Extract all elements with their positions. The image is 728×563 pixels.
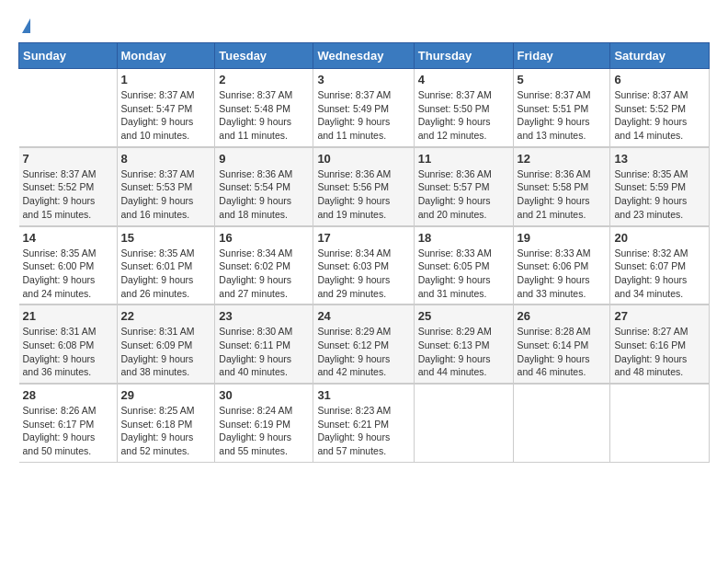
day-number: 6 [614, 73, 705, 86]
calendar-body: 1Sunrise: 8:37 AMSunset: 5:47 PMDaylight… [19, 69, 710, 463]
day-info: Sunrise: 8:23 AMSunset: 6:21 PMDaylight:… [317, 404, 409, 458]
calendar-cell: 21Sunrise: 8:31 AMSunset: 6:08 PMDayligh… [19, 304, 118, 384]
logo [18, 18, 30, 33]
day-info: Sunrise: 8:25 AMSunset: 6:18 PMDaylight:… [121, 404, 211, 458]
weekday-header-wednesday: Wednesday [313, 43, 414, 69]
day-info: Sunrise: 8:36 AMSunset: 5:56 PMDaylight:… [317, 167, 409, 222]
day-number: 24 [317, 309, 409, 323]
weekday-header-friday: Friday [513, 43, 610, 69]
calendar-cell: 29Sunrise: 8:25 AMSunset: 6:18 PMDayligh… [117, 384, 215, 462]
day-number: 11 [418, 152, 509, 166]
calendar-week-row: 14Sunrise: 8:35 AMSunset: 6:00 PMDayligh… [19, 226, 710, 305]
calendar-cell: 8Sunrise: 8:37 AMSunset: 5:53 PMDaylight… [117, 147, 215, 226]
day-number: 8 [121, 152, 211, 166]
calendar-cell: 6Sunrise: 8:37 AMSunset: 5:52 PMDaylight… [610, 69, 710, 147]
day-info: Sunrise: 8:36 AMSunset: 5:54 PMDaylight:… [219, 167, 309, 222]
day-info: Sunrise: 8:33 AMSunset: 6:06 PMDaylight:… [518, 247, 607, 301]
calendar-cell [19, 69, 118, 147]
day-number: 3 [317, 73, 409, 86]
day-number: 16 [219, 231, 309, 245]
calendar-cell: 10Sunrise: 8:36 AMSunset: 5:56 PMDayligh… [313, 147, 414, 226]
day-number: 9 [219, 152, 309, 166]
calendar-cell: 12Sunrise: 8:36 AMSunset: 5:58 PMDayligh… [513, 147, 610, 226]
calendar-cell: 19Sunrise: 8:33 AMSunset: 6:06 PMDayligh… [513, 226, 610, 305]
day-info: Sunrise: 8:32 AMSunset: 6:07 PMDaylight:… [614, 247, 705, 301]
day-number: 10 [317, 152, 409, 166]
calendar-cell: 20Sunrise: 8:32 AMSunset: 6:07 PMDayligh… [610, 226, 710, 305]
day-info: Sunrise: 8:37 AMSunset: 5:53 PMDaylight:… [121, 167, 211, 222]
day-info: Sunrise: 8:34 AMSunset: 6:03 PMDaylight:… [317, 247, 409, 301]
day-number: 22 [121, 309, 211, 323]
day-info: Sunrise: 8:34 AMSunset: 6:02 PMDaylight:… [219, 247, 309, 301]
calendar-cell: 14Sunrise: 8:35 AMSunset: 6:00 PMDayligh… [19, 226, 118, 305]
calendar-week-row: 28Sunrise: 8:26 AMSunset: 6:17 PMDayligh… [19, 384, 710, 462]
calendar-cell: 23Sunrise: 8:30 AMSunset: 6:11 PMDayligh… [215, 304, 313, 384]
calendar-cell: 30Sunrise: 8:24 AMSunset: 6:19 PMDayligh… [215, 384, 313, 462]
day-info: Sunrise: 8:29 AMSunset: 6:13 PMDaylight:… [418, 325, 509, 379]
page-header [18, 18, 710, 33]
day-number: 18 [418, 231, 509, 245]
day-number: 30 [219, 388, 309, 402]
calendar-cell: 9Sunrise: 8:36 AMSunset: 5:54 PMDaylight… [215, 147, 313, 226]
day-info: Sunrise: 8:33 AMSunset: 6:05 PMDaylight:… [418, 247, 509, 301]
day-number: 23 [219, 309, 309, 323]
day-number: 29 [121, 388, 211, 402]
weekday-header-tuesday: Tuesday [215, 43, 313, 69]
calendar-week-row: 7Sunrise: 8:37 AMSunset: 5:52 PMDaylight… [19, 147, 710, 226]
day-info: Sunrise: 8:37 AMSunset: 5:51 PMDaylight:… [518, 88, 607, 143]
day-number: 4 [418, 73, 509, 86]
calendar-cell: 28Sunrise: 8:26 AMSunset: 6:17 PMDayligh… [19, 384, 118, 462]
weekday-header-sunday: Sunday [19, 43, 118, 69]
calendar-cell: 2Sunrise: 8:37 AMSunset: 5:48 PMDaylight… [215, 69, 313, 147]
calendar-cell [513, 384, 610, 462]
calendar-cell: 4Sunrise: 8:37 AMSunset: 5:50 PMDaylight… [414, 69, 513, 147]
calendar-cell: 16Sunrise: 8:34 AMSunset: 6:02 PMDayligh… [215, 226, 313, 305]
calendar-cell: 17Sunrise: 8:34 AMSunset: 6:03 PMDayligh… [313, 226, 414, 305]
calendar-cell: 22Sunrise: 8:31 AMSunset: 6:09 PMDayligh… [117, 304, 215, 384]
day-number: 17 [317, 231, 409, 245]
calendar-header: SundayMondayTuesdayWednesdayThursdayFrid… [19, 43, 710, 69]
day-info: Sunrise: 8:31 AMSunset: 6:08 PMDaylight:… [23, 325, 113, 379]
calendar-cell: 11Sunrise: 8:36 AMSunset: 5:57 PMDayligh… [414, 147, 513, 226]
day-info: Sunrise: 8:37 AMSunset: 5:50 PMDaylight:… [418, 88, 509, 143]
calendar-cell: 5Sunrise: 8:37 AMSunset: 5:51 PMDaylight… [513, 69, 610, 147]
day-number: 7 [23, 152, 113, 166]
calendar-cell [414, 384, 513, 462]
calendar-week-row: 21Sunrise: 8:31 AMSunset: 6:08 PMDayligh… [19, 304, 710, 384]
calendar-week-row: 1Sunrise: 8:37 AMSunset: 5:47 PMDaylight… [19, 69, 710, 147]
day-info: Sunrise: 8:35 AMSunset: 6:01 PMDaylight:… [121, 247, 211, 301]
day-number: 14 [23, 231, 113, 245]
calendar-cell: 15Sunrise: 8:35 AMSunset: 6:01 PMDayligh… [117, 226, 215, 305]
day-info: Sunrise: 8:35 AMSunset: 5:59 PMDaylight:… [614, 167, 705, 222]
day-info: Sunrise: 8:37 AMSunset: 5:48 PMDaylight:… [219, 88, 309, 143]
day-number: 1 [121, 73, 211, 86]
day-number: 13 [614, 152, 705, 166]
weekday-header-monday: Monday [117, 43, 215, 69]
calendar-cell: 31Sunrise: 8:23 AMSunset: 6:21 PMDayligh… [313, 384, 414, 462]
day-info: Sunrise: 8:37 AMSunset: 5:52 PMDaylight:… [23, 167, 113, 222]
day-number: 20 [614, 231, 705, 245]
day-info: Sunrise: 8:37 AMSunset: 5:49 PMDaylight:… [317, 88, 409, 143]
day-info: Sunrise: 8:37 AMSunset: 5:52 PMDaylight:… [614, 88, 705, 143]
day-number: 12 [518, 152, 607, 166]
day-number: 31 [317, 388, 409, 402]
day-number: 26 [518, 309, 607, 323]
day-number: 27 [614, 309, 705, 323]
day-number: 19 [518, 231, 607, 245]
day-info: Sunrise: 8:26 AMSunset: 6:17 PMDaylight:… [23, 404, 113, 458]
calendar-cell: 25Sunrise: 8:29 AMSunset: 6:13 PMDayligh… [414, 304, 513, 384]
day-number: 21 [23, 309, 113, 323]
day-info: Sunrise: 8:30 AMSunset: 6:11 PMDaylight:… [219, 325, 309, 379]
day-info: Sunrise: 8:31 AMSunset: 6:09 PMDaylight:… [121, 325, 211, 379]
day-number: 2 [219, 73, 309, 86]
calendar-cell: 24Sunrise: 8:29 AMSunset: 6:12 PMDayligh… [313, 304, 414, 384]
calendar-cell: 3Sunrise: 8:37 AMSunset: 5:49 PMDaylight… [313, 69, 414, 147]
day-info: Sunrise: 8:36 AMSunset: 5:58 PMDaylight:… [518, 167, 607, 222]
calendar-cell: 7Sunrise: 8:37 AMSunset: 5:52 PMDaylight… [19, 147, 118, 226]
calendar-cell: 27Sunrise: 8:27 AMSunset: 6:16 PMDayligh… [610, 304, 710, 384]
day-number: 25 [418, 309, 509, 323]
weekday-header-saturday: Saturday [610, 43, 710, 69]
weekday-header-thursday: Thursday [414, 43, 513, 69]
day-info: Sunrise: 8:37 AMSunset: 5:47 PMDaylight:… [121, 88, 211, 143]
day-info: Sunrise: 8:27 AMSunset: 6:16 PMDaylight:… [614, 325, 705, 379]
